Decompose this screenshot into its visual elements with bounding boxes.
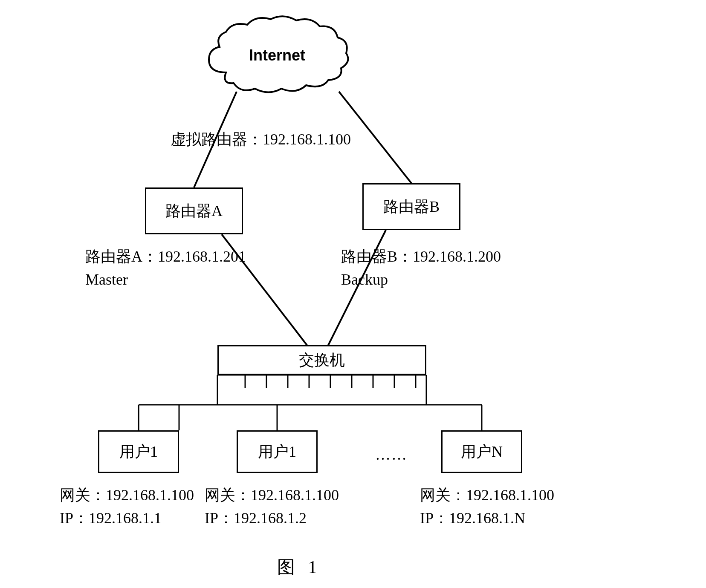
router-a-box-label: 路由器A [165, 201, 223, 222]
user-1-box-label: 用户1 [119, 441, 158, 462]
switch-label: 交换机 [299, 350, 345, 371]
ellipsis: …… [375, 443, 408, 466]
figure-caption: 图 1 [277, 554, 321, 581]
user-2-box-label: 用户1 [258, 441, 296, 462]
router-a-info: 路由器A：192.168.1.201 Master [85, 245, 246, 291]
virtual-router-label: 虚拟路由器：192.168.1.100 [171, 128, 351, 151]
internet-label: Internet [249, 46, 305, 64]
user-1-info: 网关：192.168.1.100 IP：192.168.1.1 [60, 484, 194, 530]
switch-box: 交换机 [217, 345, 426, 375]
router-a-box: 路由器A [145, 187, 243, 234]
network-diagram: Internet 虚拟路由器：192.168.1.100 路由器A 路由器B 路… [0, 0, 706, 588]
user-n-info: 网关：192.168.1.100 IP：192.168.1.N [420, 484, 554, 530]
user-2-info: 网关：192.168.1.100 IP：192.168.1.2 [205, 484, 339, 530]
user-n-box-label: 用户N [461, 441, 503, 462]
user-n-box: 用户N [441, 430, 522, 473]
user-2-box: 用户1 [237, 430, 318, 473]
router-b-box-label: 路由器B [383, 196, 440, 217]
router-b-info: 路由器B：192.168.1.200 Backup [341, 245, 501, 291]
router-b-box: 路由器B [362, 183, 460, 230]
internet-cloud: Internet [200, 13, 354, 98]
user-1-box: 用户1 [98, 430, 179, 473]
